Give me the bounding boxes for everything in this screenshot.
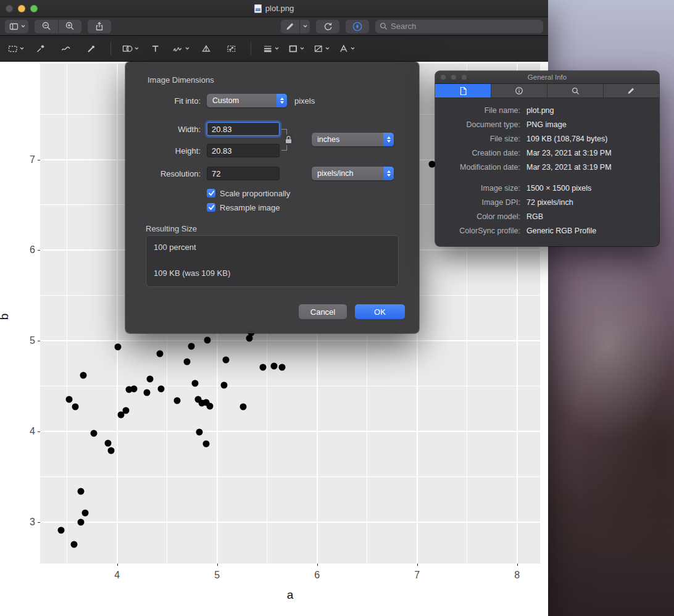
resulting-percent: 100 percent — [154, 243, 391, 252]
gridline-major-h — [40, 340, 540, 341]
text-box-button[interactable] — [145, 40, 166, 58]
fit-into-popup[interactable]: Custom — [207, 94, 287, 107]
height-field[interactable] — [207, 144, 280, 157]
resolution-unit-popup[interactable]: pixels/inch — [312, 167, 394, 180]
rotate-left-icon — [323, 21, 333, 31]
chevron-down-icon — [275, 47, 279, 50]
markup-pencil-menu-button[interactable] — [299, 20, 310, 33]
scatter-point — [158, 385, 165, 392]
tab-annotations[interactable] — [603, 84, 659, 98]
adjust-color-icon — [201, 43, 212, 54]
width-field[interactable] — [207, 122, 280, 136]
ok-button[interactable]: OK — [355, 304, 405, 319]
x-tick-label: 5 — [214, 570, 220, 581]
zoom-window-button[interactable] — [30, 5, 38, 12]
chevron-down-icon — [303, 25, 307, 28]
resample-image-checkbox[interactable]: Resample image — [207, 202, 280, 213]
close-button[interactable] — [6, 5, 13, 12]
checkbox-checked-icon — [207, 189, 215, 198]
scatter-point — [192, 380, 199, 386]
info-value: 109 KB (108,784 bytes) — [525, 132, 653, 146]
info-label: Image size: — [438, 181, 525, 196]
y-tick-label: 3 — [18, 517, 35, 528]
x-tick-label: 7 — [414, 570, 420, 581]
x-tick-label: 8 — [514, 570, 520, 581]
scatter-point — [207, 402, 214, 409]
window-title-area: plot.png — [0, 4, 548, 13]
markup-toolbar-toggle-button[interactable] — [346, 20, 369, 33]
cancel-button[interactable]: Cancel — [299, 304, 347, 319]
text-style-button[interactable] — [336, 40, 357, 58]
zoom-out-button[interactable] — [35, 20, 58, 33]
draw-button[interactable] — [81, 40, 102, 58]
tab-general-info[interactable] — [435, 84, 491, 98]
zoom-in-button[interactable] — [58, 20, 81, 33]
chevron-down-icon — [300, 47, 304, 50]
x-axis-tick — [417, 564, 418, 566]
gridline-minor-h — [40, 386, 540, 386]
scatter-point — [108, 447, 115, 454]
info-tabs — [435, 84, 659, 98]
info-window-controls — [440, 74, 467, 80]
sketch-button[interactable] — [56, 40, 77, 58]
share-button[interactable] — [88, 20, 111, 33]
x-tick-label: 4 — [114, 570, 120, 581]
stepper-icon — [277, 94, 287, 107]
minimize-button[interactable] — [451, 74, 457, 80]
scatter-point — [71, 541, 78, 548]
fill-style-button[interactable] — [310, 40, 331, 58]
sign-button[interactable] — [170, 40, 191, 58]
scatter-point — [81, 509, 88, 516]
scatter-point — [184, 358, 191, 365]
fit-into-value: Custom — [207, 94, 277, 107]
x-axis-tick — [117, 564, 118, 566]
info-label: Color model: — [438, 210, 525, 224]
markup-pencil-button[interactable] — [281, 20, 299, 33]
info-label: Modification date: — [438, 160, 525, 175]
shapes-button[interactable] — [120, 40, 141, 58]
border-style-button[interactable] — [285, 40, 306, 58]
y-axis-tick — [38, 250, 40, 251]
scatter-point — [123, 407, 130, 414]
info-label: File size: — [438, 132, 525, 146]
general-info-window: General Info File name: plot.png Documen… — [435, 71, 659, 246]
line-style-icon — [262, 43, 273, 54]
selection-tools-button[interactable] — [5, 40, 26, 58]
search-field[interactable] — [375, 20, 543, 33]
markup-toolbar-toggle-icon — [352, 21, 363, 32]
tab-more-info[interactable] — [491, 84, 547, 98]
resulting-size-label: Resulting Size — [146, 224, 197, 233]
markup-toolbar — [0, 36, 548, 62]
zoom-window-button[interactable] — [461, 74, 467, 80]
close-button[interactable] — [440, 74, 446, 80]
y-tick-label: 7 — [18, 154, 35, 165]
rotate-left-button[interactable] — [316, 20, 339, 33]
gridline-major-h — [40, 431, 540, 432]
scatter-point — [91, 430, 98, 436]
selection-tools-icon — [7, 43, 19, 54]
scatter-point — [157, 350, 164, 357]
adjust-size-button[interactable] — [221, 40, 242, 58]
info-window-title: General Info — [435, 73, 659, 81]
search-input[interactable] — [391, 22, 539, 31]
instant-alpha-button[interactable] — [30, 40, 51, 58]
info-value: Mar 23, 2021 at 3:19 PM — [525, 146, 653, 160]
adjust-color-button[interactable] — [196, 40, 217, 58]
pencil-icon — [627, 86, 636, 95]
scatter-point — [115, 344, 122, 351]
view-menu-button[interactable] — [5, 20, 28, 33]
minimize-button[interactable] — [18, 5, 25, 12]
line-style-button[interactable] — [260, 40, 281, 58]
scale-proportionally-checkbox[interactable]: Scale proportionally — [207, 188, 290, 199]
size-unit-popup[interactable]: inches — [312, 133, 394, 146]
lock-icon[interactable] — [284, 135, 293, 145]
tab-keywords[interactable] — [547, 84, 603, 98]
scale-proportionally-label: Scale proportionally — [220, 189, 290, 198]
window-title: plot.png — [265, 4, 294, 13]
resolution-field[interactable] — [207, 167, 280, 180]
info-value: 72 pixels/inch — [525, 196, 653, 210]
info-label: ColorSync profile: — [438, 224, 525, 238]
shapes-icon — [122, 43, 133, 54]
chevron-down-icon — [325, 47, 330, 50]
y-axis-tick — [38, 341, 40, 341]
